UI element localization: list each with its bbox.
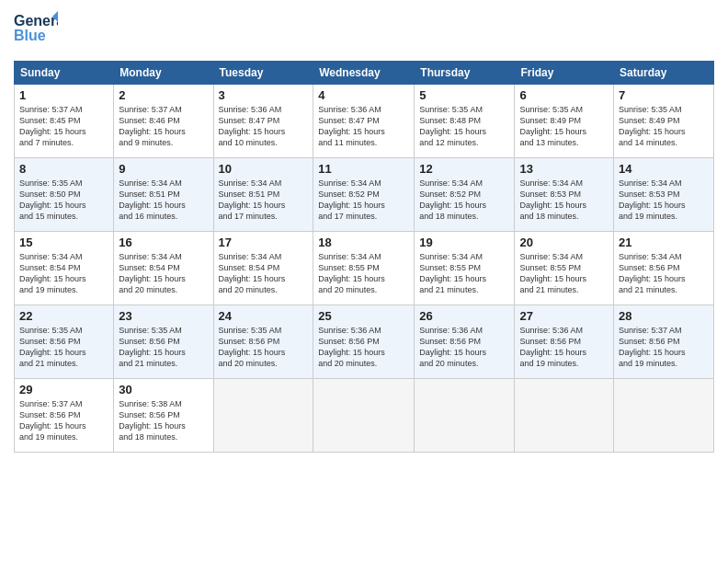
day-info: Sunrise: 5:34 AMSunset: 8:51 PMDaylight:… bbox=[119, 178, 208, 223]
day-cell-19: 19Sunrise: 5:34 AMSunset: 8:55 PMDayligh… bbox=[415, 232, 515, 305]
day-info: Sunrise: 5:37 AMSunset: 8:45 PMDaylight:… bbox=[19, 104, 108, 149]
day-number: 8 bbox=[19, 162, 108, 176]
calendar-week-row: 22Sunrise: 5:35 AMSunset: 8:56 PMDayligh… bbox=[15, 305, 714, 379]
page: General Blue SundayMondayTuesdayWednesda… bbox=[0, 0, 728, 563]
day-cell-11: 11Sunrise: 5:34 AMSunset: 8:52 PMDayligh… bbox=[313, 158, 415, 232]
day-info: Sunrise: 5:36 AMSunset: 8:47 PMDaylight:… bbox=[318, 104, 409, 149]
day-number: 21 bbox=[619, 236, 709, 249]
empty-cell bbox=[515, 379, 614, 453]
day-info: Sunrise: 5:37 AMSunset: 8:56 PMDaylight:… bbox=[619, 325, 709, 370]
day-cell-26: 26Sunrise: 5:36 AMSunset: 8:56 PMDayligh… bbox=[415, 305, 515, 379]
day-number: 10 bbox=[219, 162, 309, 176]
day-cell-15: 15Sunrise: 5:34 AMSunset: 8:54 PMDayligh… bbox=[15, 232, 114, 305]
day-number: 20 bbox=[519, 236, 609, 249]
day-number: 25 bbox=[318, 309, 409, 323]
day-number: 4 bbox=[318, 88, 409, 102]
day-info: Sunrise: 5:34 AMSunset: 8:54 PMDaylight:… bbox=[219, 251, 309, 296]
day-number: 11 bbox=[318, 162, 409, 176]
day-cell-25: 25Sunrise: 5:36 AMSunset: 8:56 PMDayligh… bbox=[313, 305, 415, 379]
day-cell-13: 13Sunrise: 5:34 AMSunset: 8:53 PMDayligh… bbox=[515, 158, 614, 232]
day-info: Sunrise: 5:38 AMSunset: 8:56 PMDaylight:… bbox=[119, 398, 208, 443]
weekday-header-sunday: Sunday bbox=[15, 62, 114, 85]
day-info: Sunrise: 5:37 AMSunset: 8:46 PMDaylight:… bbox=[119, 104, 208, 149]
svg-text:General: General bbox=[14, 13, 58, 29]
day-cell-2: 2Sunrise: 5:37 AMSunset: 8:46 PMDaylight… bbox=[114, 85, 213, 158]
day-info: Sunrise: 5:36 AMSunset: 8:56 PMDaylight:… bbox=[519, 325, 609, 370]
day-info: Sunrise: 5:35 AMSunset: 8:56 PMDaylight:… bbox=[119, 325, 208, 370]
day-cell-3: 3Sunrise: 5:36 AMSunset: 8:47 PMDaylight… bbox=[213, 85, 313, 158]
day-cell-7: 7Sunrise: 5:35 AMSunset: 8:49 PMDaylight… bbox=[614, 85, 714, 158]
calendar-week-row: 15Sunrise: 5:34 AMSunset: 8:54 PMDayligh… bbox=[15, 232, 714, 305]
day-number: 13 bbox=[519, 162, 609, 176]
day-info: Sunrise: 5:36 AMSunset: 8:56 PMDaylight:… bbox=[419, 325, 509, 370]
day-info: Sunrise: 5:35 AMSunset: 8:48 PMDaylight:… bbox=[419, 104, 509, 149]
day-cell-17: 17Sunrise: 5:34 AMSunset: 8:54 PMDayligh… bbox=[213, 232, 313, 305]
day-number: 1 bbox=[19, 88, 108, 102]
day-info: Sunrise: 5:35 AMSunset: 8:56 PMDaylight:… bbox=[219, 325, 309, 370]
day-info: Sunrise: 5:34 AMSunset: 8:55 PMDaylight:… bbox=[519, 251, 609, 296]
weekday-header-saturday: Saturday bbox=[614, 62, 714, 85]
svg-text:Blue: Blue bbox=[14, 28, 46, 43]
empty-cell bbox=[213, 379, 313, 453]
day-number: 9 bbox=[119, 162, 208, 176]
day-number: 18 bbox=[318, 236, 409, 249]
logo-icon: General Blue bbox=[14, 9, 58, 50]
empty-cell bbox=[614, 379, 714, 453]
day-info: Sunrise: 5:34 AMSunset: 8:52 PMDaylight:… bbox=[419, 178, 509, 223]
day-cell-6: 6Sunrise: 5:35 AMSunset: 8:49 PMDaylight… bbox=[515, 85, 614, 158]
day-number: 16 bbox=[119, 236, 208, 249]
day-cell-14: 14Sunrise: 5:34 AMSunset: 8:53 PMDayligh… bbox=[614, 158, 714, 232]
logo: General Blue bbox=[14, 9, 58, 53]
calendar-table: SundayMondayTuesdayWednesdayThursdayFrid… bbox=[14, 61, 714, 453]
empty-cell bbox=[415, 379, 515, 453]
day-info: Sunrise: 5:34 AMSunset: 8:54 PMDaylight:… bbox=[119, 251, 208, 296]
day-cell-30: 30Sunrise: 5:38 AMSunset: 8:56 PMDayligh… bbox=[114, 379, 213, 453]
day-cell-28: 28Sunrise: 5:37 AMSunset: 8:56 PMDayligh… bbox=[614, 305, 714, 379]
weekday-header-monday: Monday bbox=[114, 62, 213, 85]
day-cell-20: 20Sunrise: 5:34 AMSunset: 8:55 PMDayligh… bbox=[515, 232, 614, 305]
day-number: 12 bbox=[419, 162, 509, 176]
day-cell-1: 1Sunrise: 5:37 AMSunset: 8:45 PMDaylight… bbox=[15, 85, 114, 158]
day-info: Sunrise: 5:34 AMSunset: 8:53 PMDaylight:… bbox=[519, 178, 609, 223]
day-number: 29 bbox=[19, 383, 108, 396]
day-number: 5 bbox=[419, 88, 509, 102]
day-info: Sunrise: 5:34 AMSunset: 8:52 PMDaylight:… bbox=[318, 178, 409, 223]
day-number: 7 bbox=[619, 88, 709, 102]
day-info: Sunrise: 5:35 AMSunset: 8:49 PMDaylight:… bbox=[519, 104, 609, 149]
header: General Blue bbox=[14, 9, 714, 53]
empty-cell bbox=[313, 379, 415, 453]
calendar-week-row: 1Sunrise: 5:37 AMSunset: 8:45 PMDaylight… bbox=[15, 85, 714, 158]
weekday-header-friday: Friday bbox=[515, 62, 614, 85]
day-info: Sunrise: 5:34 AMSunset: 8:51 PMDaylight:… bbox=[219, 178, 309, 223]
day-info: Sunrise: 5:34 AMSunset: 8:54 PMDaylight:… bbox=[19, 251, 108, 296]
day-info: Sunrise: 5:34 AMSunset: 8:55 PMDaylight:… bbox=[318, 251, 409, 296]
day-number: 15 bbox=[19, 236, 108, 249]
calendar-week-row: 8Sunrise: 5:35 AMSunset: 8:50 PMDaylight… bbox=[15, 158, 714, 232]
day-info: Sunrise: 5:34 AMSunset: 8:56 PMDaylight:… bbox=[619, 251, 709, 296]
day-number: 6 bbox=[519, 88, 609, 102]
weekday-header-tuesday: Tuesday bbox=[213, 62, 313, 85]
day-number: 26 bbox=[419, 309, 509, 323]
weekday-header-thursday: Thursday bbox=[415, 62, 515, 85]
day-info: Sunrise: 5:36 AMSunset: 8:56 PMDaylight:… bbox=[318, 325, 409, 370]
day-info: Sunrise: 5:34 AMSunset: 8:53 PMDaylight:… bbox=[619, 178, 709, 223]
day-cell-5: 5Sunrise: 5:35 AMSunset: 8:48 PMDaylight… bbox=[415, 85, 515, 158]
day-number: 19 bbox=[419, 236, 509, 249]
day-cell-12: 12Sunrise: 5:34 AMSunset: 8:52 PMDayligh… bbox=[415, 158, 515, 232]
day-number: 30 bbox=[119, 383, 208, 396]
day-cell-27: 27Sunrise: 5:36 AMSunset: 8:56 PMDayligh… bbox=[515, 305, 614, 379]
day-number: 23 bbox=[119, 309, 208, 323]
day-cell-22: 22Sunrise: 5:35 AMSunset: 8:56 PMDayligh… bbox=[15, 305, 114, 379]
day-info: Sunrise: 5:35 AMSunset: 8:50 PMDaylight:… bbox=[19, 178, 108, 223]
day-number: 28 bbox=[619, 309, 709, 323]
day-cell-18: 18Sunrise: 5:34 AMSunset: 8:55 PMDayligh… bbox=[313, 232, 415, 305]
day-number: 3 bbox=[219, 88, 309, 102]
day-info: Sunrise: 5:34 AMSunset: 8:55 PMDaylight:… bbox=[419, 251, 509, 296]
day-number: 24 bbox=[219, 309, 309, 323]
day-info: Sunrise: 5:35 AMSunset: 8:49 PMDaylight:… bbox=[619, 104, 709, 149]
day-number: 14 bbox=[619, 162, 709, 176]
day-number: 22 bbox=[19, 309, 108, 323]
day-info: Sunrise: 5:35 AMSunset: 8:56 PMDaylight:… bbox=[19, 325, 108, 370]
day-cell-29: 29Sunrise: 5:37 AMSunset: 8:56 PMDayligh… bbox=[15, 379, 114, 453]
day-number: 2 bbox=[119, 88, 208, 102]
